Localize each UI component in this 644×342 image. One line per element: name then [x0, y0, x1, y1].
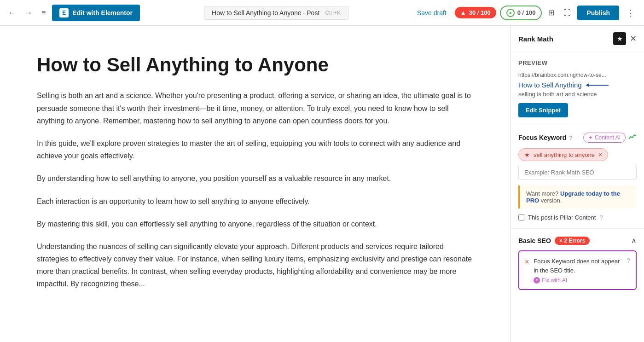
keyword-tag: ★ sell anything to anyone ×: [518, 148, 608, 161]
pillar-help-icon[interactable]: ?: [599, 214, 603, 221]
edit-with-elementor-button[interactable]: E Edit with Elementor: [52, 5, 140, 21]
paragraph-3: By understanding how to sell anything to…: [37, 172, 474, 185]
keyboard-shortcut: Ctrl+K: [325, 10, 341, 16]
keyword-star-icon: ★: [524, 151, 530, 158]
fix-label: Fix with AI: [542, 277, 567, 284]
focus-keyword-header: Focus Keyword ? ✦ Content AI: [518, 133, 637, 143]
pillar-content-checkbox[interactable]: [518, 214, 524, 220]
focus-keyword-section: Focus Keyword ? ✦ Content AI ★ sell an: [511, 125, 644, 229]
elementor-icon: E: [59, 8, 69, 17]
forward-button[interactable]: →: [22, 6, 35, 20]
content-ai-button[interactable]: ✦ Content AI: [583, 133, 626, 143]
basic-seo-title-row: Basic SEO × 2 Errors: [518, 237, 590, 245]
errors-badge: × 2 Errors: [555, 237, 590, 245]
panel-title: Rank Math: [518, 35, 553, 43]
toolbar-left: ← → ≡ E Edit with Elementor: [6, 5, 140, 21]
back-icon: ←: [8, 9, 16, 17]
panel-header-actions: ★ ✕: [613, 32, 637, 45]
paragraph-1: Selling is both an art and a science. Wh…: [37, 89, 474, 127]
paragraph-2: In this guide, we'll explore proven stra…: [37, 137, 474, 162]
close-icon: ✕: [630, 34, 637, 43]
upgrade-banner: Want more? Upgrade today to the PRO vers…: [518, 185, 637, 209]
focus-keyword-text: Focus Keyword: [518, 134, 566, 141]
readability-score-label: 0 / 100: [517, 9, 536, 16]
post-title-bar[interactable]: How to Sell Anything to Anyone · Post Ct…: [204, 6, 348, 20]
menu-button[interactable]: ≡: [39, 6, 48, 20]
upgrade-suffix: version.: [541, 197, 562, 204]
paragraph-6: Understanding the nuances of selling can…: [37, 240, 474, 290]
columns-toggle-button[interactable]: ⊞: [545, 6, 557, 20]
pillar-content-row: This post is Pillar Content ?: [518, 214, 637, 221]
publish-button[interactable]: Publish: [577, 6, 619, 20]
readability-circle-icon: ●: [506, 9, 515, 17]
arrow-up-icon: ▲: [460, 9, 466, 16]
save-draft-button[interactable]: Save draft: [412, 6, 451, 19]
upgrade-text: Want more?: [526, 190, 558, 197]
pillar-content-label: This post is Pillar Content: [528, 214, 596, 221]
forward-icon: →: [25, 9, 32, 17]
error-content: Focus Keyword does not appear in the SEO…: [534, 257, 622, 284]
post-body: Selling is both an art and a science. Wh…: [37, 89, 474, 290]
arrow-indicator: [586, 82, 609, 88]
preview-section: Preview https://brainbox.com.ng/how-to-s…: [511, 52, 644, 125]
fix-with-ai-button[interactable]: ✦ Fix with AI: [534, 277, 567, 284]
keyword-remove-button[interactable]: ×: [598, 151, 602, 158]
main-content: How to Sell Anything to Anyone Selling i…: [0, 26, 644, 342]
star-button[interactable]: ★: [613, 32, 626, 45]
keyword-input[interactable]: [518, 165, 637, 180]
preview-seo-title: How to Sell Anything: [518, 81, 637, 89]
preview-title-text: How to Sell Anything: [518, 81, 582, 89]
basic-seo-title: Basic SEO: [518, 237, 551, 244]
star-icon: ★: [617, 35, 623, 42]
focus-keyword-label: Focus Keyword ?: [518, 134, 573, 141]
basic-seo-section: Basic SEO × 2 Errors ∧ × Focus Keyword d…: [511, 229, 644, 297]
seo-error-item: × Focus Keyword does not appear in the S…: [518, 250, 637, 290]
content-ai-label: Content AI: [595, 134, 621, 141]
menu-icon: ≡: [41, 9, 46, 17]
back-button[interactable]: ←: [6, 6, 18, 20]
preview-section-title: Preview: [518, 59, 637, 66]
panel-header: Rank Math ★ ✕: [511, 26, 644, 52]
post-heading: How to Sell Anything to Anyone: [37, 53, 474, 76]
keyword-tag-container: ★ sell anything to anyone ×: [518, 148, 637, 165]
basic-seo-collapse-button[interactable]: ∧: [631, 236, 637, 245]
svg-marker-1: [586, 83, 589, 87]
keyword-tag-text: sell anything to anyone: [534, 151, 595, 158]
toolbar-center: How to Sell Anything to Anyone · Post Ct…: [144, 6, 409, 20]
error-help-icon[interactable]: ?: [627, 257, 630, 264]
preview-url: https://brainbox.com.ng/how-to-se...: [518, 72, 637, 78]
seo-score-red-button[interactable]: ▲ 30 / 100: [455, 7, 496, 18]
paragraph-5: By mastering this skill, you can effortl…: [37, 218, 474, 230]
fullscreen-button[interactable]: ⛶: [561, 6, 574, 20]
edit-snippet-button[interactable]: Edit Snippet: [518, 103, 568, 117]
paragraph-4: Each interaction is an opportunity to le…: [37, 195, 474, 208]
close-panel-button[interactable]: ✕: [630, 32, 637, 45]
editor-area[interactable]: How to Sell Anything to Anyone Selling i…: [0, 26, 511, 342]
preview-description: selling is both art and science: [518, 91, 637, 98]
basic-seo-header: Basic SEO × 2 Errors ∧: [518, 236, 637, 245]
error-text: Focus Keyword does not appear in the SEO…: [534, 257, 622, 275]
content-ai-icon: ✦: [588, 134, 593, 141]
focus-keyword-actions: ✦ Content AI: [583, 133, 637, 143]
rank-math-panel: Rank Math ★ ✕ Preview https://brainbox.c…: [511, 26, 644, 342]
focus-keyword-help-icon[interactable]: ?: [569, 134, 573, 141]
error-icon: ×: [525, 258, 529, 266]
trend-button[interactable]: [628, 133, 637, 142]
toolbar: ← → ≡ E Edit with Elementor How to Sell …: [0, 0, 644, 26]
elementor-label: Edit with Elementor: [72, 9, 133, 17]
fix-ai-icon: ✦: [534, 277, 540, 284]
toolbar-right: Save draft ▲ 30 / 100 ● 0 / 100 ⊞ ⛶ Publ…: [412, 6, 638, 20]
more-options-button[interactable]: ⋮: [623, 6, 638, 20]
seo-score-red-label: 30 / 100: [469, 9, 491, 16]
readability-score-button[interactable]: ● 0 / 100: [500, 6, 542, 20]
post-title-text: How to Sell Anything to Anyone · Post: [212, 9, 319, 17]
